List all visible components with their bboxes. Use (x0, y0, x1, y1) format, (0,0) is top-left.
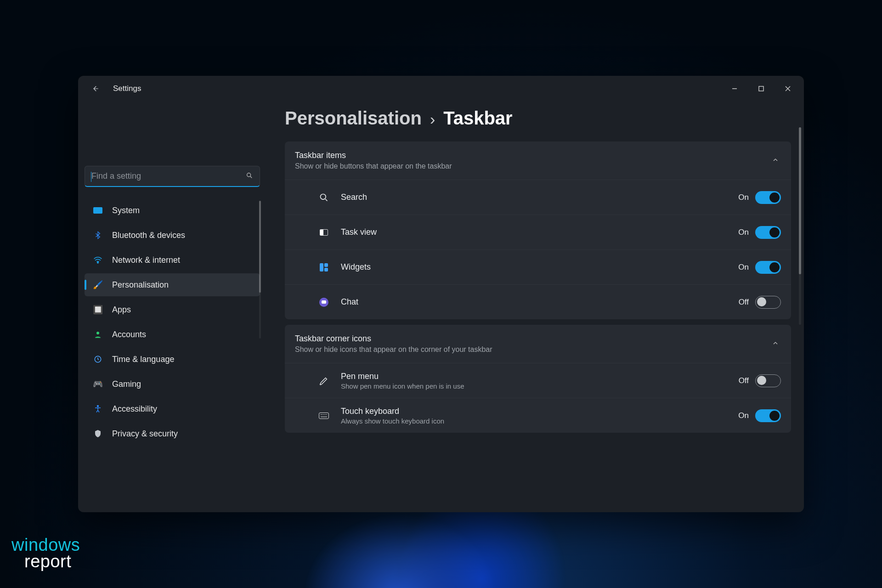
maximize-button[interactable] (748, 79, 775, 99)
sidebar-item-system[interactable]: System (85, 199, 260, 222)
sidebar: System Bluetooth & devices Network & int… (78, 102, 266, 512)
main-scrollbar[interactable] (799, 127, 801, 325)
sidebar-item-accessibility[interactable]: Accessibility (85, 397, 260, 420)
toggle-chat[interactable] (755, 296, 781, 309)
sidebar-item-accounts[interactable]: Accounts (85, 323, 260, 346)
toggle-knob (757, 376, 766, 385)
back-button[interactable] (87, 81, 103, 96)
toggle-task-view[interactable] (755, 226, 781, 239)
search-icon (246, 172, 253, 181)
row-chat: Chat Off (285, 284, 791, 319)
window-controls (721, 79, 801, 99)
minimize-button[interactable] (721, 79, 748, 99)
shield-icon (93, 429, 103, 439)
sidebar-scrollbar-thumb[interactable] (259, 201, 261, 293)
toggle-touch-keyboard[interactable] (755, 409, 781, 422)
row-label: Search (341, 192, 738, 202)
row-sublabel: Always show touch keyboard icon (341, 417, 738, 425)
svg-rect-0 (759, 86, 763, 91)
panel-title: Taskbar items (295, 151, 763, 160)
paintbrush-icon: 🖌️ (93, 280, 103, 290)
window-body: System Bluetooth & devices Network & int… (78, 102, 804, 512)
panel-subtitle: Show or hide icons that appear on the co… (295, 345, 763, 354)
chat-icon (317, 295, 331, 309)
sidebar-item-label: Accessibility (112, 404, 157, 414)
row-touch-keyboard: Touch keyboard Always show touch keyboar… (285, 398, 791, 433)
sidebar-scrollbar[interactable] (259, 201, 261, 339)
svg-point-3 (96, 332, 99, 334)
main-content: Personalisation › Taskbar Taskbar items … (266, 102, 804, 512)
breadcrumb-current: Taskbar (443, 108, 512, 129)
pen-icon (317, 374, 331, 388)
sidebar-item-network[interactable]: Network & internet (85, 249, 260, 271)
toggle-pen-menu[interactable] (755, 374, 781, 387)
search-field[interactable] (85, 166, 260, 187)
sidebar-item-label: Network & internet (112, 255, 180, 265)
window-title: Settings (113, 84, 141, 93)
row-label: Pen menu (341, 372, 739, 381)
chevron-up-icon (772, 339, 779, 349)
svg-point-2 (97, 262, 98, 263)
panel-taskbar-items: Taskbar items Show or hide buttons that … (285, 141, 791, 319)
wifi-icon (93, 255, 103, 265)
apps-icon: 🔲 (93, 305, 103, 315)
sidebar-item-personalisation[interactable]: 🖌️ Personalisation (85, 273, 260, 296)
sidebar-item-gaming[interactable]: 🎮 Gaming (85, 373, 260, 396)
breadcrumb-separator: › (430, 110, 435, 128)
bluetooth-icon (93, 230, 103, 240)
toggle-search[interactable] (755, 191, 781, 204)
toggle-state: Off (739, 298, 749, 307)
settings-window: Settings System Bluetooth & devices (78, 76, 804, 512)
sidebar-item-time-language[interactable]: Time & language (85, 348, 260, 371)
watermark: windows report (11, 537, 80, 570)
clock-icon (93, 354, 103, 364)
panel-header-corner-icons[interactable]: Taskbar corner icons Show or hide icons … (285, 325, 791, 363)
row-search: Search On (285, 180, 791, 215)
svg-point-5 (97, 406, 99, 407)
panel-subtitle: Show or hide buttons that appear on the … (295, 162, 763, 170)
toggle-widgets[interactable] (755, 261, 781, 274)
sidebar-item-label: System (112, 206, 140, 215)
sidebar-item-label: Privacy & security (112, 429, 178, 439)
toggle-state: On (738, 411, 749, 420)
display-icon (93, 205, 103, 215)
toggle-knob (769, 411, 780, 421)
person-icon (93, 329, 103, 339)
breadcrumb-parent[interactable]: Personalisation (285, 108, 422, 129)
close-button[interactable] (775, 79, 801, 99)
sidebar-item-label: Accounts (112, 330, 146, 339)
row-label: Touch keyboard (341, 407, 738, 416)
toggle-state: On (738, 228, 749, 237)
row-label: Task view (341, 227, 738, 237)
minimize-icon (731, 85, 738, 92)
arrow-left-icon (91, 85, 99, 93)
task-view-icon (317, 226, 331, 239)
panel-corner-icons: Taskbar corner icons Show or hide icons … (285, 325, 791, 433)
sidebar-item-label: Time & language (112, 355, 174, 364)
toggle-state: On (738, 263, 749, 272)
sidebar-item-label: Bluetooth & devices (112, 231, 185, 240)
keyboard-icon (317, 409, 331, 423)
row-sublabel: Show pen menu icon when pen is in use (341, 382, 739, 390)
gamepad-icon: 🎮 (93, 379, 103, 389)
toggle-knob (769, 227, 780, 237)
panel-title: Taskbar corner icons (295, 334, 763, 344)
search-input[interactable] (91, 171, 238, 181)
sidebar-item-privacy-security[interactable]: Privacy & security (85, 422, 260, 445)
sidebar-item-apps[interactable]: 🔲 Apps (85, 298, 260, 321)
toggle-state: On (738, 193, 749, 202)
accessibility-icon (93, 404, 103, 414)
main-scrollbar-thumb[interactable] (799, 127, 801, 274)
toggle-state: Off (739, 376, 749, 385)
sidebar-item-bluetooth[interactable]: Bluetooth & devices (85, 224, 260, 247)
row-label: Widgets (341, 262, 738, 272)
toggle-knob (757, 297, 766, 306)
row-widgets: Widgets On (285, 249, 791, 284)
breadcrumb: Personalisation › Taskbar (285, 108, 791, 129)
chevron-up-icon (772, 156, 779, 165)
panel-header-taskbar-items[interactable]: Taskbar items Show or hide buttons that … (285, 141, 791, 180)
search-icon (317, 191, 331, 204)
sidebar-nav: System Bluetooth & devices Network & int… (85, 199, 260, 445)
titlebar: Settings (78, 76, 804, 102)
text-caret (91, 172, 91, 182)
